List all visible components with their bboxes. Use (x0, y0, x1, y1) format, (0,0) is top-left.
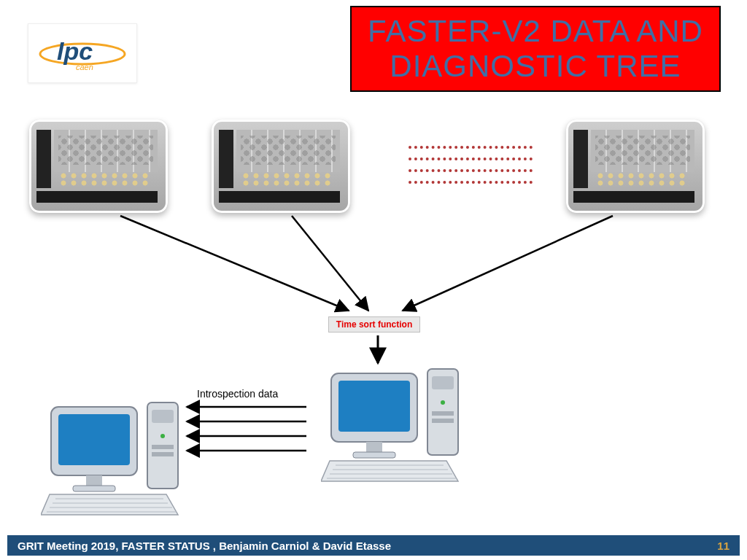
footer-text: GRIT Meeting 2019, FASTER STATUS , Benja… (18, 540, 391, 552)
arrow-crate3-to-sort (403, 216, 613, 311)
footer-bar: GRIT Meeting 2019, FASTER STATUS , Benja… (7, 535, 740, 556)
page-number: 11 (717, 540, 729, 552)
flow-arrows (0, 0, 747, 560)
arrow-crate2-to-sort (292, 216, 368, 311)
arrow-crate1-to-sort (120, 216, 349, 311)
